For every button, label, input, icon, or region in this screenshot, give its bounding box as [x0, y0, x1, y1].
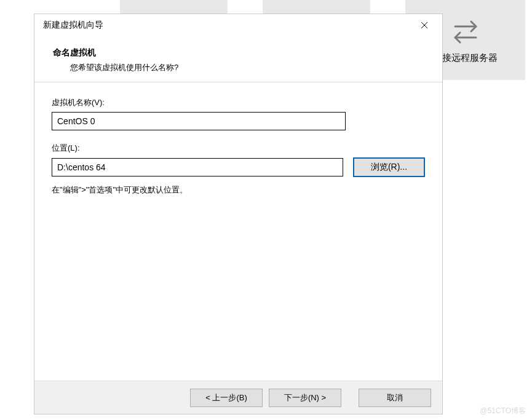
wizard-header: 命名虚拟机 您希望该虚拟机使用什么名称? — [34, 36, 442, 82]
close-button[interactable] — [414, 17, 435, 34]
location-hint: 在"编辑">"首选项"中可更改默认位置。 — [52, 184, 425, 196]
browse-button[interactable]: 浏览(R)... — [353, 157, 425, 177]
dialog-title: 新建虚拟机向导 — [43, 20, 103, 31]
cancel-button[interactable]: 取消 — [359, 389, 431, 407]
wizard-step-subtitle: 您希望该虚拟机使用什么名称? — [70, 62, 424, 73]
next-button[interactable]: 下一步(N) > — [269, 389, 341, 407]
wizard-step-title: 命名虚拟机 — [53, 47, 424, 58]
vm-location-input[interactable] — [52, 158, 343, 176]
watermark: @51CTO博客 — [480, 406, 526, 416]
vm-location-label: 位置(L): — [52, 143, 425, 154]
vm-name-label: 虚拟机名称(V): — [52, 97, 425, 108]
titlebar: 新建虚拟机向导 — [34, 14, 442, 36]
wizard-footer: < 上一步(B) 下一步(N) > 取消 — [34, 381, 442, 414]
wizard-body: 虚拟机名称(V): 位置(L): 浏览(R)... 在"编辑">"首选项"中可更… — [34, 82, 442, 381]
new-vm-wizard-dialog: 新建虚拟机向导 命名虚拟机 您希望该虚拟机使用什么名称? 虚拟机名称(V): 位… — [34, 14, 443, 414]
vm-name-input[interactable] — [52, 112, 346, 130]
back-button[interactable]: < 上一步(B) — [190, 389, 263, 407]
swap-arrows-icon — [450, 17, 481, 47]
close-icon — [421, 22, 428, 29]
